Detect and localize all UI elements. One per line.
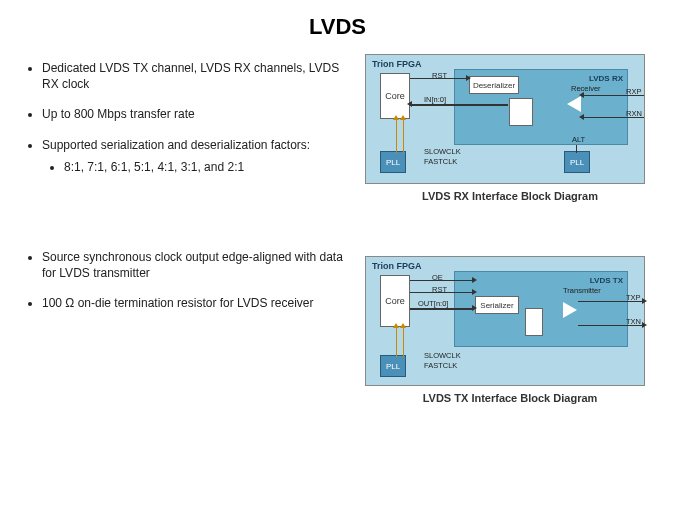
mux-block bbox=[525, 308, 543, 336]
sub-bullet-list: 8:1, 7:1, 6:1, 5:1, 4:1, 3:1, and 2:1 bbox=[42, 159, 355, 175]
pll-block-left: PLL bbox=[380, 151, 406, 173]
clock-line bbox=[396, 119, 397, 153]
out-label: OUT[n:0] bbox=[418, 299, 448, 308]
text-column: Dedicated LVDS TX channel, LVDS RX chann… bbox=[20, 48, 355, 422]
diagram-column: Trion FPGA Core PLL LVDS RX Deserializer… bbox=[365, 48, 655, 422]
receiver-label: Receiver bbox=[571, 84, 601, 93]
in-label: IN[n:0] bbox=[424, 95, 446, 104]
clock-line bbox=[403, 119, 404, 153]
rx-caption: LVDS RX Interface Block Diagram bbox=[365, 190, 655, 202]
pll-block-right: PLL bbox=[564, 151, 590, 173]
fpga-label: Trion FPGA bbox=[372, 59, 422, 69]
bullet-item: Supported serialization and deserializat… bbox=[42, 137, 355, 175]
core-block: Core bbox=[380, 275, 410, 327]
clock-line bbox=[396, 327, 397, 357]
alt-label: ALT bbox=[572, 135, 585, 144]
sub-bullet-item: 8:1, 7:1, 6:1, 5:1, 4:1, 3:1, and 2:1 bbox=[64, 159, 355, 175]
transmitter-label: Transmitter bbox=[563, 286, 601, 295]
deserializer-block: Deserializer bbox=[469, 76, 519, 94]
demux-block bbox=[509, 98, 533, 126]
bullet-list-bottom: Source synchronous clock output edge-ali… bbox=[20, 249, 355, 312]
clock-line bbox=[403, 327, 404, 357]
serializer-block: Serializer bbox=[475, 296, 519, 314]
bullet-item: 100 Ω on-die termination resistor for LV… bbox=[42, 295, 355, 311]
slowclk-label: SLOWCLK bbox=[424, 351, 461, 360]
tx-caption: LVDS TX Interface Block Diagram bbox=[365, 392, 655, 404]
lvds-tx-diagram: Trion FPGA Core PLL LVDS TX Serializer T… bbox=[365, 256, 645, 386]
fpga-label: Trion FPGA bbox=[372, 261, 422, 271]
content-row: Dedicated LVDS TX channel, LVDS RX chann… bbox=[0, 48, 675, 422]
lvds-rx-diagram: Trion FPGA Core PLL LVDS RX Deserializer… bbox=[365, 54, 645, 184]
fastclk-label: FASTCLK bbox=[424, 361, 457, 370]
fastclk-label: FASTCLK bbox=[424, 157, 457, 166]
core-block: Core bbox=[380, 73, 410, 119]
transmitter-triangle-icon bbox=[563, 302, 577, 318]
bullet-text: Supported serialization and deserializat… bbox=[42, 138, 310, 152]
lvds-tx-block: LVDS TX Serializer Transmitter bbox=[454, 271, 628, 347]
receiver-triangle-icon bbox=[567, 96, 581, 112]
page-title: LVDS bbox=[0, 0, 675, 48]
lvds-rx-block: LVDS RX Deserializer Receiver bbox=[454, 69, 628, 145]
bullet-item: Dedicated LVDS TX channel, LVDS RX chann… bbox=[42, 60, 355, 92]
slowclk-label: SLOWCLK bbox=[424, 147, 461, 156]
bullet-item: Source synchronous clock output edge-ali… bbox=[42, 249, 355, 281]
pll-block-left: PLL bbox=[380, 355, 406, 377]
bullet-item: Up to 800 Mbps transfer rate bbox=[42, 106, 355, 122]
bullet-list-top: Dedicated LVDS TX channel, LVDS RX chann… bbox=[20, 60, 355, 175]
